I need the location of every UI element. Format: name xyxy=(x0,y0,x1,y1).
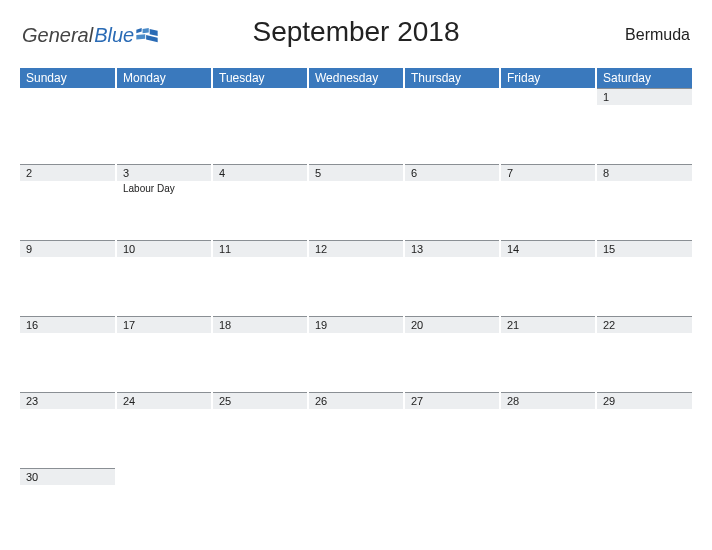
calendar-day-cell: 14 xyxy=(500,240,596,316)
calendar-day-cell: 8 xyxy=(596,164,692,240)
calendar-week-row: 23242526272829 xyxy=(20,392,692,468)
day-number: 2 xyxy=(20,164,115,181)
day-number xyxy=(213,88,307,105)
page-title: September 2018 xyxy=(252,16,459,48)
day-header: Thursday xyxy=(404,68,500,88)
calendar-week-row: 9101112131415 xyxy=(20,240,692,316)
calendar-day-cell xyxy=(500,88,596,164)
calendar-day-cell: 22 xyxy=(596,316,692,392)
day-header: Sunday xyxy=(20,68,116,88)
day-header-row: Sunday Monday Tuesday Wednesday Thursday… xyxy=(20,68,692,88)
day-number: 15 xyxy=(597,240,692,257)
calendar-day-cell: 23 xyxy=(20,392,116,468)
calendar-day-cell xyxy=(596,468,692,544)
day-number: 10 xyxy=(117,240,211,257)
day-number xyxy=(20,88,115,105)
logo-text-blue: Blue xyxy=(94,24,134,47)
calendar-day-cell: 27 xyxy=(404,392,500,468)
calendar-day-cell xyxy=(212,88,308,164)
calendar-day-cell: 12 xyxy=(308,240,404,316)
calendar-day-cell: 25 xyxy=(212,392,308,468)
calendar-day-cell: 30 xyxy=(20,468,116,544)
day-number: 24 xyxy=(117,392,211,409)
day-number: 16 xyxy=(20,316,115,333)
calendar-day-cell: 1 xyxy=(596,88,692,164)
day-number xyxy=(501,88,595,105)
day-number: 22 xyxy=(597,316,692,333)
day-number: 29 xyxy=(597,392,692,409)
day-header: Saturday xyxy=(596,68,692,88)
calendar-week-row: 30 xyxy=(20,468,692,544)
day-number: 4 xyxy=(213,164,307,181)
calendar-day-cell: 20 xyxy=(404,316,500,392)
day-number xyxy=(117,468,211,485)
day-number: 17 xyxy=(117,316,211,333)
day-number xyxy=(213,468,307,485)
day-number: 14 xyxy=(501,240,595,257)
day-number: 30 xyxy=(20,468,115,485)
calendar-day-cell: 7 xyxy=(500,164,596,240)
calendar-day-cell: 16 xyxy=(20,316,116,392)
calendar-week-row: 16171819202122 xyxy=(20,316,692,392)
day-number: 19 xyxy=(309,316,403,333)
calendar-day-cell: 13 xyxy=(404,240,500,316)
day-number: 9 xyxy=(20,240,115,257)
day-number: 6 xyxy=(405,164,499,181)
day-number xyxy=(501,468,595,485)
calendar-day-cell: 3Labour Day xyxy=(116,164,212,240)
header: General Blue September 2018 Bermuda xyxy=(20,8,692,62)
day-header: Monday xyxy=(116,68,212,88)
calendar-day-cell: 6 xyxy=(404,164,500,240)
day-number: 21 xyxy=(501,316,595,333)
calendar-day-cell xyxy=(212,468,308,544)
calendar-day-cell xyxy=(404,88,500,164)
calendar-day-cell: 24 xyxy=(116,392,212,468)
calendar-day-cell xyxy=(308,88,404,164)
day-number: 8 xyxy=(597,164,692,181)
day-number xyxy=(309,468,403,485)
calendar-day-cell: 29 xyxy=(596,392,692,468)
day-header: Friday xyxy=(500,68,596,88)
calendar-day-cell: 11 xyxy=(212,240,308,316)
day-header: Tuesday xyxy=(212,68,308,88)
logo-flag-icon xyxy=(136,28,158,44)
calendar-day-cell xyxy=(20,88,116,164)
calendar-day-cell: 26 xyxy=(308,392,404,468)
calendar-day-cell: 28 xyxy=(500,392,596,468)
day-number: 23 xyxy=(20,392,115,409)
calendar-week-row: 23Labour Day45678 xyxy=(20,164,692,240)
calendar-day-cell: 2 xyxy=(20,164,116,240)
day-number xyxy=(309,88,403,105)
day-number: 11 xyxy=(213,240,307,257)
calendar-day-cell xyxy=(404,468,500,544)
day-number: 20 xyxy=(405,316,499,333)
day-event: Labour Day xyxy=(117,181,211,195)
calendar-week-row: 1 xyxy=(20,88,692,164)
calendar-day-cell: 5 xyxy=(308,164,404,240)
calendar-day-cell: 4 xyxy=(212,164,308,240)
day-number: 13 xyxy=(405,240,499,257)
calendar-day-cell: 19 xyxy=(308,316,404,392)
calendar-day-cell: 15 xyxy=(596,240,692,316)
calendar-day-cell: 18 xyxy=(212,316,308,392)
calendar-day-cell: 17 xyxy=(116,316,212,392)
day-number: 12 xyxy=(309,240,403,257)
day-number xyxy=(405,468,499,485)
day-number xyxy=(405,88,499,105)
day-number: 26 xyxy=(309,392,403,409)
calendar-day-cell: 10 xyxy=(116,240,212,316)
day-header: Wednesday xyxy=(308,68,404,88)
region-label: Bermuda xyxy=(625,26,690,44)
day-number xyxy=(597,468,692,485)
calendar-day-cell xyxy=(116,468,212,544)
day-number: 28 xyxy=(501,392,595,409)
calendar-table: Sunday Monday Tuesday Wednesday Thursday… xyxy=(20,68,692,544)
calendar-body: 123Labour Day456789101112131415161718192… xyxy=(20,88,692,544)
calendar-day-cell xyxy=(308,468,404,544)
day-number: 7 xyxy=(501,164,595,181)
calendar-day-cell: 9 xyxy=(20,240,116,316)
logo-text-general: General xyxy=(22,24,93,47)
day-number: 5 xyxy=(309,164,403,181)
day-number: 25 xyxy=(213,392,307,409)
day-number: 1 xyxy=(597,88,692,105)
